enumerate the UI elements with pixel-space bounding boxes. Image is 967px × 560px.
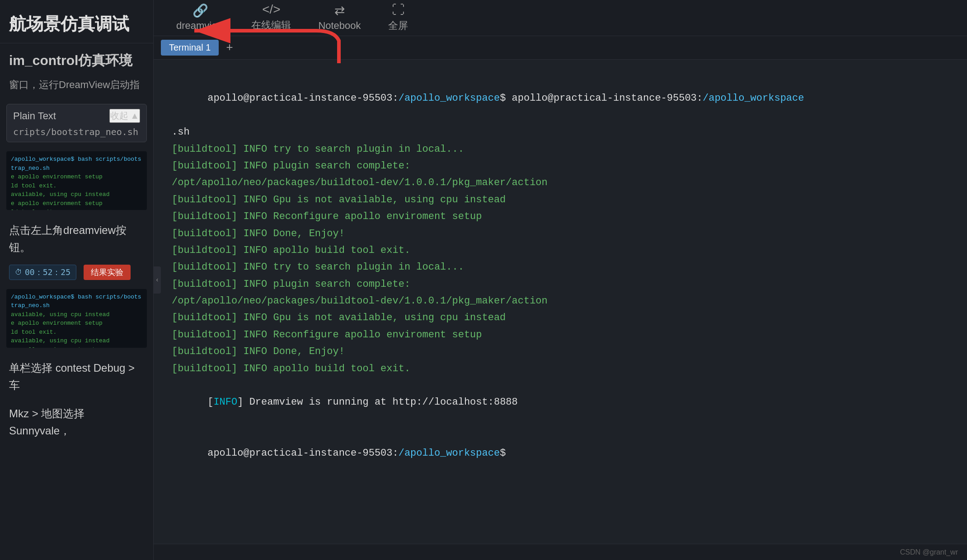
toolbar-fullscreen-label: 全屏 bbox=[388, 19, 408, 33]
toolbar: 🔗 dreamview </> 在线编辑 ⇄ Notebook ⛶ 全屏 bbox=[154, 0, 967, 36]
terminal-line-13: [buildtool] INFO Gpu is not available, u… bbox=[172, 309, 949, 326]
collapse-sidebar-button[interactable]: ‹ bbox=[154, 266, 161, 294]
tab-add-button[interactable]: + bbox=[222, 41, 237, 55]
chevron-up-icon: ▲ bbox=[130, 111, 139, 121]
terminal-content[interactable]: apollo@practical-instance-95503:/apollo_… bbox=[154, 60, 967, 544]
prompt-path-1b: /apollo_workspace bbox=[703, 93, 804, 104]
toolbar-dreamview[interactable]: 🔗 dreamview bbox=[163, 0, 238, 37]
terminal-line-12: /opt/apollo/neo/packages/buildtool-dev/1… bbox=[172, 293, 949, 309]
prompt-user-1: apollo@practical-instance-95503: bbox=[207, 93, 398, 104]
term-preview1-line3: ld tool exit. bbox=[11, 182, 142, 191]
tab-bar: Terminal 1 + bbox=[154, 36, 967, 60]
prompt-dollar-2: $ bbox=[500, 448, 506, 459]
terminal-line-10: [buildtool] INFO try to search plugin in… bbox=[172, 259, 949, 275]
sidebar: 航场景仿真调试 im_control仿真环境 窗口，运行DreamView启动指… bbox=[0, 0, 154, 560]
toolbar-notebook[interactable]: ⇄ Notebook bbox=[305, 0, 374, 37]
terminal-line-5: /opt/apollo/neo/packages/buildtool-dev/1… bbox=[172, 174, 949, 191]
term-preview1-line4: available, using cpu instead bbox=[11, 190, 142, 199]
main-area: 🔗 dreamview </> 在线编辑 ⇄ Notebook ⛶ 全屏 Ter… bbox=[154, 0, 967, 560]
footer-text: CSDN @grant_wr bbox=[900, 548, 958, 556]
fullscreen-icon: ⛶ bbox=[392, 2, 404, 17]
chevron-left-icon: ‹ bbox=[155, 276, 159, 284]
sidebar-bottom-text1: 单栏选择 contest Debug > 车 bbox=[0, 352, 153, 398]
terminal-line-1: apollo@practical-instance-95503:/apollo_… bbox=[172, 73, 949, 124]
timer-badge: ⏱ 00：52：25 bbox=[9, 265, 76, 280]
toolbar-dreamview-label: dreamview bbox=[176, 20, 224, 32]
info-keyword: INFO bbox=[213, 397, 237, 408]
toolbar-fullscreen[interactable]: ⛶ 全屏 bbox=[375, 0, 422, 38]
term-preview1-line1: /apollo_workspace$ bash scripts/bootstra… bbox=[11, 155, 142, 173]
clock-icon: ⏱ bbox=[15, 268, 22, 276]
result-button[interactable]: 结果实验 bbox=[84, 265, 131, 280]
term-preview2-line1: /apollo_workspace$ bash scripts/bootstra… bbox=[11, 293, 142, 310]
toolbar-online-edit[interactable]: </> 在线编辑 bbox=[238, 0, 305, 38]
collapse-button[interactable]: 收起 ▲ bbox=[109, 109, 140, 123]
toolbar-notebook-label: Notebook bbox=[318, 20, 361, 32]
term-preview2-line2: available, using cpu instead bbox=[11, 310, 142, 319]
sidebar-step-text: 点击左上角dreamview按钮。 bbox=[0, 215, 153, 260]
terminal-line-15: [buildtool] INFO Done, Enjoy! bbox=[172, 343, 949, 360]
info-bracket-close: ] bbox=[237, 397, 243, 408]
timer-row: ⏱ 00：52：25 结果实验 bbox=[0, 260, 153, 285]
terminal-line-7: [buildtool] INFO Reconfigure apollo envi… bbox=[172, 208, 949, 225]
terminal-line-9: [buildtool] INFO apollo build tool exit. bbox=[172, 242, 949, 259]
term-preview1-line5: e apollo environment setup bbox=[11, 199, 142, 208]
terminal-line-8: [buildtool] INFO Done, Enjoy! bbox=[172, 225, 949, 242]
terminal-line-18: apollo@practical-instance-95503:/apollo_… bbox=[172, 428, 949, 478]
toolbar-online-edit-label: 在线编辑 bbox=[251, 19, 291, 32]
tab-terminal1-label: Terminal 1 bbox=[169, 42, 211, 53]
plain-text-label: Plain Text bbox=[13, 110, 56, 122]
terminal-line-4: [buildtool] INFO plugin search complete: bbox=[172, 158, 949, 174]
terminal-line-3: [buildtool] INFO try to search plugin in… bbox=[172, 141, 949, 158]
term-preview1-line2: e apollo environment setup bbox=[11, 173, 142, 182]
plain-text-box: Plain Text 收起 ▲ bbox=[6, 104, 147, 142]
terminal-line-14: [buildtool] INFO Reconfigure apollo envi… bbox=[172, 327, 949, 343]
term-preview2-line5: available, using cpu instead bbox=[11, 336, 142, 345]
term-preview1-line6: ld tool exit. bbox=[11, 208, 142, 210]
prompt-path-1: /apollo_workspace bbox=[399, 93, 500, 104]
info-bracket-open: [ bbox=[207, 397, 213, 408]
footer: CSDN @grant_wr bbox=[154, 544, 967, 560]
prompt-path-2: /apollo_workspace bbox=[399, 448, 500, 459]
timer-value: 00：52：25 bbox=[25, 267, 70, 278]
prompt-dollar-1: $ apollo@practical-instance-95503: bbox=[500, 93, 703, 104]
notebook-icon: ⇄ bbox=[334, 3, 345, 18]
terminal-line-2: .sh bbox=[172, 124, 949, 140]
terminal-line-6: [buildtool] INFO Gpu is not available, u… bbox=[172, 191, 949, 208]
link-icon: 🔗 bbox=[192, 3, 208, 18]
sidebar-title: 航场景仿真调试 bbox=[0, 0, 153, 43]
terminal-line-11: [buildtool] INFO plugin search complete: bbox=[172, 276, 949, 293]
sidebar-desc: 窗口，运行DreamView启动指 bbox=[0, 75, 153, 99]
tab-terminal1[interactable]: Terminal 1 bbox=[161, 40, 219, 56]
term-preview2-line4: ld tool exit. bbox=[11, 328, 142, 337]
prompt-user-2: apollo@practical-instance-95503: bbox=[207, 448, 398, 459]
terminal-line-17: [INFO] Dreamview is running at http://lo… bbox=[172, 377, 949, 428]
sidebar-bottom-text2: Mkz > 地图选择Sunnyvale， bbox=[0, 398, 153, 443]
code-icon: </> bbox=[262, 2, 280, 17]
sidebar-subtitle: im_control仿真环境 bbox=[0, 43, 153, 75]
term-preview2-line6: e apollo environment setup bbox=[11, 345, 142, 348]
term-preview2-line3: e apollo environment setup bbox=[11, 319, 142, 328]
info-text: Dreamview is running at http://localhost… bbox=[243, 397, 517, 408]
sidebar-terminal-preview-1: /apollo_workspace$ bash scripts/bootstra… bbox=[6, 151, 147, 210]
sidebar-terminal-preview-2: /apollo_workspace$ bash scripts/bootstra… bbox=[6, 289, 147, 348]
plain-text-input[interactable] bbox=[13, 126, 140, 137]
terminal-line-16: [buildtool] INFO apollo build tool exit. bbox=[172, 360, 949, 377]
